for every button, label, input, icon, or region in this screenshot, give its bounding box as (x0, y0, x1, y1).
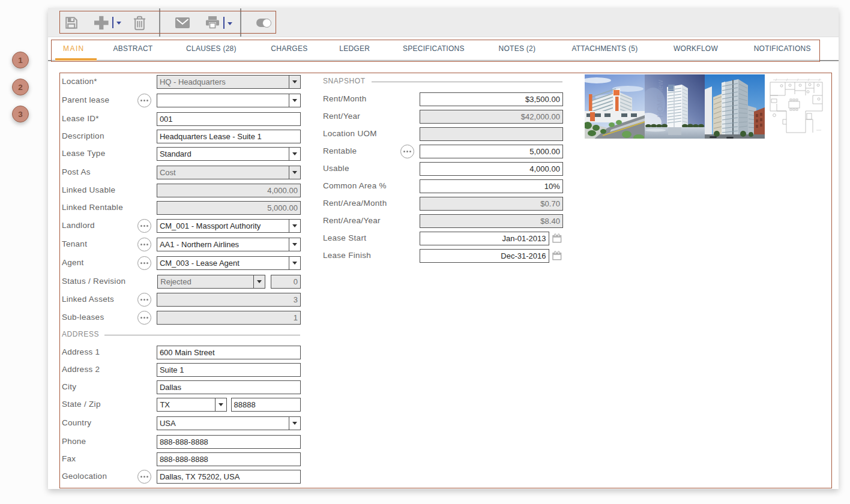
svg-text:HOMEnew: HOMEnew (656, 79, 665, 117)
